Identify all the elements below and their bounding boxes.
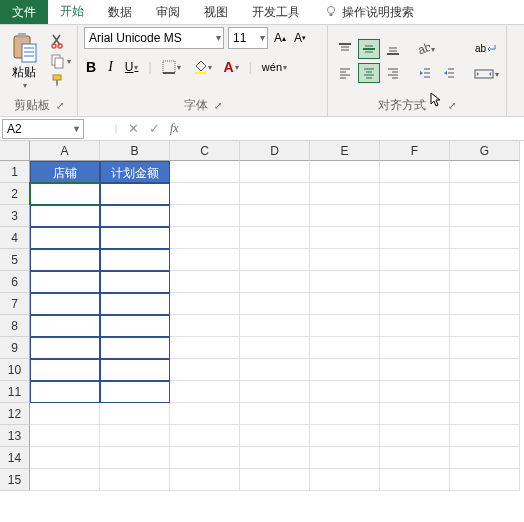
cell[interactable]	[170, 271, 240, 293]
row-header[interactable]: 12	[0, 403, 30, 425]
cell[interactable]	[100, 359, 170, 381]
cell[interactable]	[100, 271, 170, 293]
cell[interactable]	[380, 469, 450, 491]
cell[interactable]	[30, 271, 100, 293]
cell[interactable]	[310, 425, 380, 447]
cell[interactable]	[240, 403, 310, 425]
cancel-formula-icon[interactable]: ✕	[128, 121, 139, 136]
row-header[interactable]: 3	[0, 205, 30, 227]
cell[interactable]	[30, 469, 100, 491]
cell[interactable]	[380, 205, 450, 227]
cell[interactable]	[380, 447, 450, 469]
cell[interactable]	[240, 205, 310, 227]
font-name-combo[interactable]: Arial Unicode MS▾	[84, 27, 224, 49]
cell[interactable]	[450, 315, 520, 337]
phonetic-button[interactable]: wén▾	[260, 59, 289, 75]
cell[interactable]	[310, 227, 380, 249]
cell[interactable]	[170, 359, 240, 381]
cell[interactable]	[30, 447, 100, 469]
align-right-button[interactable]	[382, 63, 404, 83]
cell[interactable]	[100, 469, 170, 491]
cell[interactable]	[310, 447, 380, 469]
cell[interactable]	[30, 227, 100, 249]
cell[interactable]	[30, 337, 100, 359]
row-header[interactable]: 10	[0, 359, 30, 381]
cell[interactable]	[450, 293, 520, 315]
cell[interactable]	[100, 381, 170, 403]
cell[interactable]	[170, 293, 240, 315]
cell[interactable]	[450, 403, 520, 425]
cell[interactable]	[450, 227, 520, 249]
shrink-font-button[interactable]: A▾	[292, 29, 308, 47]
select-all-corner[interactable]	[0, 141, 30, 161]
indent-decrease-button[interactable]	[414, 63, 436, 83]
name-box[interactable]: A2▼	[2, 119, 84, 139]
tab-data[interactable]: 数据	[96, 0, 144, 24]
cell[interactable]	[380, 271, 450, 293]
cell[interactable]	[100, 249, 170, 271]
row-header[interactable]: 14	[0, 447, 30, 469]
enter-formula-icon[interactable]: ✓	[149, 121, 160, 136]
cell[interactable]	[380, 315, 450, 337]
cell[interactable]	[240, 447, 310, 469]
cell[interactable]	[240, 315, 310, 337]
tab-help[interactable]: 操作说明搜索	[312, 0, 426, 24]
align-middle-button[interactable]	[358, 39, 380, 59]
format-painter-icon[interactable]	[50, 73, 66, 89]
font-color-button[interactable]: A▾	[222, 57, 241, 77]
cell[interactable]	[450, 271, 520, 293]
cell[interactable]	[100, 183, 170, 205]
dialog-launcher-icon[interactable]: ⤢	[214, 100, 222, 111]
wrap-text-button[interactable]: ab	[472, 38, 500, 58]
cell[interactable]	[240, 227, 310, 249]
cell[interactable]	[170, 249, 240, 271]
cell[interactable]	[380, 403, 450, 425]
cell[interactable]	[100, 447, 170, 469]
cell[interactable]	[30, 425, 100, 447]
column-header[interactable]: D	[240, 141, 310, 161]
cell[interactable]	[170, 205, 240, 227]
row-header[interactable]: 11	[0, 381, 30, 403]
font-size-combo[interactable]: 11▾	[228, 27, 268, 49]
row-header[interactable]: 15	[0, 469, 30, 491]
tab-home[interactable]: 开始	[48, 0, 96, 24]
row-header[interactable]: 1	[0, 161, 30, 183]
cell[interactable]	[240, 249, 310, 271]
cell[interactable]	[380, 249, 450, 271]
cell[interactable]	[310, 403, 380, 425]
fx-icon[interactable]: fx	[170, 121, 179, 136]
cell[interactable]	[30, 249, 100, 271]
column-header[interactable]: A	[30, 141, 100, 161]
row-header[interactable]: 9	[0, 337, 30, 359]
grow-font-button[interactable]: A▴	[272, 29, 288, 47]
cell[interactable]	[310, 469, 380, 491]
dialog-launcher-icon[interactable]: ⤢	[448, 100, 456, 111]
cell[interactable]	[30, 403, 100, 425]
cell[interactable]	[240, 381, 310, 403]
row-header[interactable]: 8	[0, 315, 30, 337]
bold-button[interactable]: B	[84, 57, 98, 77]
column-header[interactable]: F	[380, 141, 450, 161]
cell[interactable]	[450, 469, 520, 491]
cell[interactable]	[170, 425, 240, 447]
cell[interactable]	[240, 293, 310, 315]
row-header[interactable]: 5	[0, 249, 30, 271]
cell[interactable]	[310, 161, 380, 183]
cell[interactable]	[450, 205, 520, 227]
cell[interactable]	[170, 183, 240, 205]
cell[interactable]	[240, 359, 310, 381]
cell[interactable]	[450, 161, 520, 183]
column-header[interactable]: G	[450, 141, 520, 161]
cell[interactable]	[30, 205, 100, 227]
cell[interactable]	[380, 161, 450, 183]
cell[interactable]	[240, 337, 310, 359]
cell[interactable]	[30, 183, 100, 205]
cell[interactable]	[30, 293, 100, 315]
cell[interactable]	[100, 337, 170, 359]
cell[interactable]	[240, 183, 310, 205]
cell[interactable]: 计划金额	[100, 161, 170, 183]
cell[interactable]	[380, 359, 450, 381]
cell[interactable]	[310, 183, 380, 205]
cell[interactable]	[450, 447, 520, 469]
cell[interactable]	[380, 337, 450, 359]
